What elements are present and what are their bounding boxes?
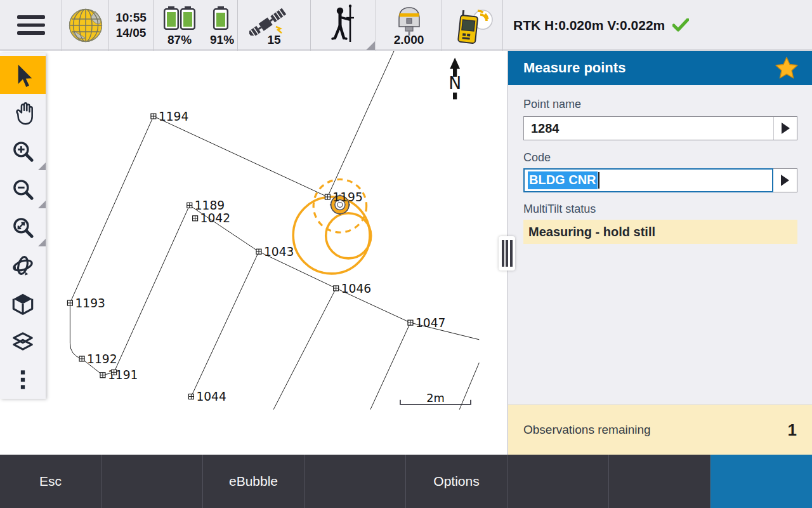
survey-point[interactable]: 1191 — [100, 368, 138, 382]
observations-label: Observations remaining — [523, 423, 651, 437]
tool-orbit[interactable] — [0, 246, 46, 284]
receiver-button[interactable]: 2.000 — [376, 0, 442, 51]
battery-status[interactable]: 87% 91% — [154, 0, 238, 51]
softkey-empty-5[interactable] — [508, 455, 609, 508]
clock-display: 10:55 14/05 — [109, 0, 154, 51]
point-label: 1195 — [332, 190, 362, 204]
point-label: 1192 — [87, 352, 117, 366]
survey-point[interactable]: 1046 — [334, 282, 371, 295]
satellite-count: 15 — [238, 33, 310, 47]
point-name-label: Point name — [523, 98, 797, 111]
controller-radio-icon — [442, 3, 503, 49]
right-arrow-icon — [781, 175, 789, 186]
point-label: 1042 — [200, 211, 230, 225]
flyout-indicator — [38, 239, 46, 246]
tool-select[interactable] — [0, 56, 46, 94]
multitilt-status: Measuring - hold still — [523, 220, 797, 244]
multitilt-label: MultiTilt status — [523, 203, 797, 216]
code-value-selected[interactable]: BLDG CNR — [528, 171, 598, 189]
softkey-empty-1[interactable] — [102, 455, 203, 508]
flyout-indicator — [38, 163, 46, 170]
survey-mode-button[interactable] — [311, 0, 376, 51]
satellite-icon — [249, 3, 300, 36]
point-name-field[interactable]: 1284 — [523, 116, 797, 140]
satellites-button[interactable]: 15 — [238, 0, 311, 51]
softkey-options[interactable]: Options — [406, 455, 508, 508]
survey-line[interactable] — [273, 288, 336, 410]
orbit-icon — [10, 252, 36, 279]
measure-panel: Measure points Point name 1284 Code BLDG… — [508, 51, 812, 455]
scale-label: 2m — [426, 392, 445, 404]
check-icon — [672, 18, 689, 32]
connections-button[interactable] — [442, 0, 503, 51]
map-view[interactable]: 1194118910421195104310461047119311921191… — [0, 51, 508, 455]
code-input[interactable]: BLDG CNR — [523, 168, 773, 192]
tool-zoom-extents[interactable] — [0, 208, 46, 246]
survey-line[interactable] — [370, 323, 410, 410]
point-name-value[interactable]: 1284 — [524, 117, 773, 140]
rtk-status-cell[interactable]: RTK H:0.020m V:0.022m — [503, 0, 812, 51]
flyout-indicator — [366, 41, 375, 50]
magnifier-arrows-icon — [10, 214, 36, 241]
code-menu-button[interactable] — [773, 168, 797, 192]
point-label: 1046 — [341, 282, 371, 295]
panel-title: Measure points — [523, 60, 625, 76]
tool-zoom-out[interactable] — [0, 170, 46, 208]
ellipsis-icon — [10, 366, 36, 393]
hamburger-icon — [17, 15, 45, 36]
right-arrow-icon — [782, 123, 790, 134]
survey-point[interactable]: 1044 — [188, 390, 226, 403]
panel-resize-handle[interactable] — [499, 236, 515, 271]
softkey-esc[interactable]: Esc — [0, 455, 102, 508]
survey-point[interactable]: 1194 — [151, 110, 188, 123]
survey-point[interactable]: 1193 — [67, 297, 105, 310]
point-name-menu-button[interactable] — [773, 117, 797, 140]
rtk-status-text: RTK H:0.020m V:0.022m — [513, 18, 665, 33]
survey-line[interactable] — [154, 116, 327, 197]
map-view-button[interactable] — [62, 0, 109, 51]
tool-3d-view[interactable] — [0, 284, 46, 323]
svg-text:N: N — [449, 73, 461, 93]
softkey-accent[interactable] — [710, 455, 812, 508]
survey-point[interactable]: 1042 — [193, 211, 230, 225]
battery2-percent: 91% — [210, 33, 234, 47]
favorite-star-icon[interactable] — [775, 57, 798, 79]
tool-zoom-in[interactable] — [0, 132, 46, 170]
tool-more[interactable] — [0, 361, 46, 399]
survey-point[interactable]: 1043 — [256, 245, 294, 258]
code-label: Code — [523, 151, 797, 164]
survey-line[interactable] — [327, 51, 394, 197]
softkey-empty-6[interactable] — [609, 455, 710, 508]
point-label: 1194 — [159, 110, 188, 123]
menu-button[interactable] — [0, 0, 62, 51]
survey-point[interactable]: 1047 — [408, 316, 445, 330]
scale-bar: 2m — [400, 392, 471, 404]
globe-icon — [67, 7, 104, 44]
point-label: 1047 — [416, 316, 445, 330]
tool-pan[interactable] — [0, 94, 46, 132]
survey-point[interactable]: 1189 — [187, 199, 225, 212]
map-canvas[interactable]: 1194118910421195104310461047119311921191… — [0, 51, 508, 455]
observations-value: 1 — [788, 420, 797, 440]
survey-point[interactable] — [112, 370, 117, 375]
code-field[interactable]: BLDG CNR — [523, 168, 797, 192]
surveyor-icon — [325, 4, 363, 44]
point-label: 1189 — [195, 199, 225, 212]
text-caret — [598, 172, 599, 189]
date-label: 14/05 — [116, 26, 147, 39]
softkey-bar: EsceBubbleOptions — [0, 455, 812, 508]
tool-layers[interactable] — [0, 323, 46, 361]
map-toolbar — [0, 53, 46, 399]
north-arrow: N — [449, 58, 461, 100]
survey-line[interactable] — [191, 251, 259, 396]
softkey-empty-3[interactable] — [304, 455, 406, 508]
time-label: 10:55 — [115, 11, 147, 24]
survey-point[interactable]: 1192 — [79, 352, 117, 366]
softkey-ebubble[interactable]: eBubble — [203, 455, 304, 508]
point-label: 1043 — [264, 245, 294, 258]
cube-icon — [10, 290, 36, 317]
antenna-height: 2.000 — [376, 33, 442, 47]
magnifier-plus-icon — [10, 138, 36, 164]
battery-icon — [164, 6, 178, 29]
survey-line[interactable] — [459, 363, 479, 410]
